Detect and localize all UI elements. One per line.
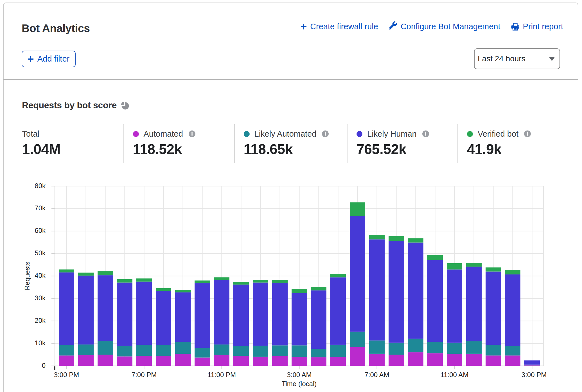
svg-text:30k: 30k (35, 294, 46, 302)
svg-text:60k: 60k (35, 227, 46, 234)
svg-text:7:00 PM: 7:00 PM (132, 371, 157, 379)
svg-text:3:00 AM: 3:00 AM (287, 371, 312, 379)
svg-text:80k: 80k (35, 182, 46, 190)
svg-text:20k: 20k (35, 317, 46, 324)
svg-text:3:00 PM: 3:00 PM (54, 371, 79, 379)
svg-text:11:00 PM: 11:00 PM (207, 371, 236, 379)
svg-text:3:00 PM: 3:00 PM (522, 371, 547, 379)
svg-text:0: 0 (42, 362, 46, 369)
svg-text:Requests: Requests (23, 262, 31, 290)
svg-text:Time (local): Time (local) (282, 380, 317, 388)
svg-text:10k: 10k (35, 339, 46, 347)
svg-text:50k: 50k (35, 249, 46, 257)
svg-text:70k: 70k (35, 204, 46, 212)
svg-text:11:00 AM: 11:00 AM (441, 371, 469, 379)
svg-text:7:00 AM: 7:00 AM (364, 371, 389, 379)
svg-text:40k: 40k (35, 272, 46, 279)
